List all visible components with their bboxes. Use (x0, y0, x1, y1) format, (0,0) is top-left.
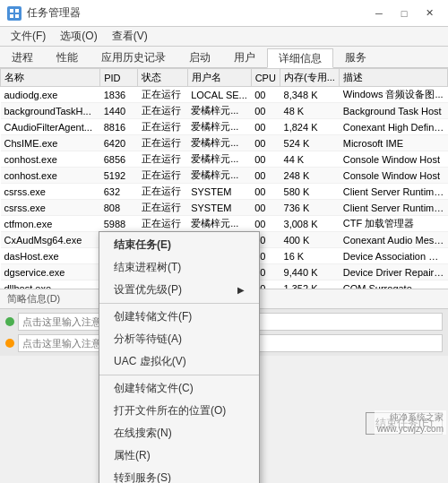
tab-startup[interactable]: 启动 (177, 47, 222, 67)
ctx-menu-item[interactable]: 创建转储文件(F) (99, 306, 259, 328)
cell-6: Console Window Host (340, 168, 448, 184)
table-row[interactable]: csrss.exe632正在运行SYSTEM00580 KClient Serv… (1, 184, 448, 200)
status-dot-green (5, 317, 14, 326)
tab-details[interactable]: 详细信息 (267, 48, 333, 68)
cell-6: Background Task Host (340, 103, 448, 119)
window-title: 任务管理器 (27, 5, 81, 21)
ctx-item-label: 打开文件所在的位置(O) (114, 403, 226, 418)
svg-rect-0 (10, 9, 13, 13)
cell-2: 正在运行 (138, 87, 187, 103)
ctx-item-label: 创建转储文件(F) (114, 309, 192, 324)
cell-6: Windows 音频设备图... (340, 87, 448, 103)
ctx-item-label: 结束进程树(T) (114, 260, 181, 275)
cell-5: 8,348 K (280, 87, 340, 103)
col-cpu[interactable]: CPU (251, 69, 280, 87)
cell-0: ChsIME.exe (1, 135, 100, 151)
cell-0: conhost.exe (1, 151, 100, 168)
minimize-button[interactable]: ─ (367, 4, 391, 22)
ctx-menu-item[interactable]: 设置优先级(P)▶ (99, 279, 259, 301)
ctx-menu-item[interactable]: 结束任务(E) (99, 234, 259, 256)
submenu-arrow-icon: ▶ (237, 285, 245, 295)
cell-0: dllhost.exe (1, 280, 100, 289)
ctx-menu-item[interactable]: 分析等待链(A) (99, 328, 259, 350)
ctx-item-label: 转到服务(S) (114, 470, 171, 483)
ctx-menu-item[interactable]: 创建转储文件(C) (99, 377, 259, 400)
table-row[interactable]: backgroundTaskH...1440正在运行爱橘梓元...0048 KB… (1, 103, 448, 119)
cell-2: 正在运行 (138, 200, 187, 216)
cell-1: 5988 (100, 216, 138, 232)
menu-view[interactable]: 查看(V) (105, 27, 155, 46)
svg-rect-1 (15, 9, 19, 13)
tab-services[interactable]: 服务 (333, 47, 378, 67)
table-row[interactable]: csrss.exe808正在运行SYSTEM00736 KClient Serv… (1, 200, 448, 216)
cell-6: Conexant High Definit... (340, 119, 448, 135)
col-name[interactable]: 名称 (1, 69, 100, 87)
cell-6: Client Server Runtime ... (340, 184, 448, 200)
cell-5: 3,008 K (280, 216, 340, 232)
ctx-item-label: UAC 虚拟化(V) (114, 354, 186, 369)
table-row[interactable]: ChsIME.exe6420正在运行爱橘梓元...00524 KMicrosof… (1, 135, 448, 151)
tab-app-history[interactable]: 应用历史记录 (90, 47, 177, 67)
cell-2: 正在运行 (138, 119, 187, 135)
col-pid[interactable]: PID (100, 69, 138, 87)
cell-3: SYSTEM (187, 200, 251, 216)
cell-0: dasHost.exe (1, 248, 100, 264)
context-menu: 结束任务(E)结束进程树(T)设置优先级(P)▶创建转储文件(F)分析等待链(A… (99, 231, 260, 483)
status-text[interactable]: 简略信息(D) (7, 292, 60, 306)
cell-5: 248 K (280, 168, 340, 184)
menu-bar: 文件(F) 选项(O) 查看(V) (0, 27, 448, 47)
col-user[interactable]: 用户名 (187, 69, 251, 87)
ctx-menu-item[interactable]: 属性(R) (99, 444, 259, 467)
title-bar-left: 任务管理器 (7, 5, 81, 21)
menu-file[interactable]: 文件(F) (4, 27, 53, 46)
cell-1: 6420 (100, 135, 138, 151)
cell-2: 正在运行 (138, 216, 187, 232)
ctx-menu-item[interactable]: 结束进程树(T) (99, 256, 259, 279)
table-row[interactable]: ctfmon.exe5988正在运行爱橘梓元...003,008 KCTF 加载… (1, 216, 448, 232)
cell-5: 16 K (280, 248, 340, 264)
cell-6: COM Surrogate (340, 280, 448, 289)
cell-1: 1836 (100, 87, 138, 103)
col-mem[interactable]: 内存(专用... (280, 69, 340, 87)
cell-4: 00 (251, 216, 280, 232)
ctx-menu-item[interactable]: 打开文件所在的位置(O) (99, 400, 259, 422)
cell-6: Microsoft IME (340, 135, 448, 151)
ctx-item-label: 创建转储文件(C) (114, 381, 194, 396)
ctx-item-label: 结束任务(E) (114, 237, 171, 253)
cell-2: 正在运行 (138, 135, 187, 151)
cell-6: Console Window Host (340, 151, 448, 168)
ctx-menu-item[interactable]: 转到服务(S) (99, 467, 259, 483)
cell-6: Client Server Runtime ... (340, 200, 448, 216)
cell-1: 5192 (100, 168, 138, 184)
ctx-menu-item[interactable]: UAC 虚拟化(V) (99, 350, 259, 373)
tab-users[interactable]: 用户 (222, 47, 267, 67)
ctx-separator (99, 303, 259, 304)
table-row[interactable]: conhost.exe5192正在运行爱橘梓元...00248 KConsole… (1, 168, 448, 184)
cell-6: Device Association Fr... (340, 248, 448, 264)
cell-1: 632 (100, 184, 138, 200)
ctx-item-label: 设置优先级(P) (114, 282, 182, 298)
col-status[interactable]: 状态 (138, 69, 187, 87)
cell-5: 580 K (280, 184, 340, 200)
watermark-text: 纯净系统之家 (377, 411, 444, 424)
close-button[interactable]: ✕ (418, 4, 441, 22)
col-desc[interactable]: 描述 (340, 69, 448, 87)
cell-0: audiodg.exe (1, 87, 100, 103)
ctx-menu-item[interactable]: 在线搜索(N) (99, 422, 259, 444)
cell-5: 44 K (280, 151, 340, 168)
cell-4: 00 (251, 151, 280, 168)
table-row[interactable]: conhost.exe6856正在运行爱橘梓元...0044 KConsole … (1, 151, 448, 168)
cell-4: 00 (251, 135, 280, 151)
menu-options[interactable]: 选项(O) (53, 27, 104, 46)
maximize-button[interactable]: □ (392, 4, 416, 22)
cell-4: 00 (251, 103, 280, 119)
cell-3: 爱橘梓元... (187, 151, 251, 168)
cell-4: 00 (251, 184, 280, 200)
watermark: 纯净系统之家 www.ycwjzy.com (375, 410, 446, 435)
table-row[interactable]: audiodg.exe1836正在运行LOCAL SE...008,348 KW… (1, 87, 448, 103)
tab-processes[interactable]: 进程 (0, 47, 45, 67)
tab-performance[interactable]: 性能 (45, 47, 90, 67)
cell-0: csrss.exe (1, 184, 100, 200)
cell-1: 8816 (100, 119, 138, 135)
table-row[interactable]: CAudioFilterAgent...8816正在运行爱橘梓元...001,8… (1, 119, 448, 135)
